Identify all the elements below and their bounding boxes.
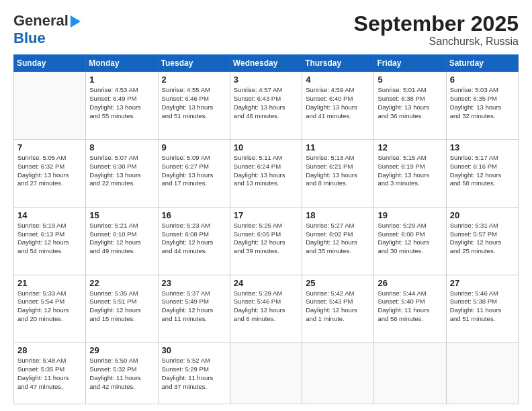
logo-blue: Blue	[13, 30, 46, 46]
calendar-title: September 2025	[354, 12, 519, 36]
day-number: 30	[162, 345, 226, 355]
day-number: 8	[89, 142, 154, 152]
day-number: 3	[234, 75, 298, 85]
table-row: 12Sunrise: 5:15 AM Sunset: 6:19 PM Dayli…	[374, 139, 446, 207]
table-row: 14Sunrise: 5:19 AM Sunset: 6:13 PM Dayli…	[14, 207, 86, 275]
day-number: 22	[89, 278, 154, 288]
day-info: Sunrise: 4:53 AM Sunset: 6:49 PM Dayligh…	[89, 86, 154, 120]
day-info: Sunrise: 5:29 AM Sunset: 6:00 PM Dayligh…	[378, 222, 442, 256]
header-sunday: Sunday	[14, 55, 86, 72]
table-row: 9Sunrise: 5:09 AM Sunset: 6:27 PM Daylig…	[158, 139, 230, 207]
table-row: 21Sunrise: 5:33 AM Sunset: 5:54 PM Dayli…	[14, 275, 86, 342]
table-row: 16Sunrise: 5:23 AM Sunset: 6:08 PM Dayli…	[158, 207, 230, 275]
table-row: 30Sunrise: 5:52 AM Sunset: 5:29 PM Dayli…	[158, 342, 230, 404]
day-number: 16	[162, 210, 226, 220]
calendar-subtitle: Sanchursk, Russia	[354, 36, 519, 48]
day-number: 23	[162, 278, 226, 288]
day-number: 11	[306, 142, 370, 152]
table-row: 18Sunrise: 5:27 AM Sunset: 6:02 PM Dayli…	[302, 207, 374, 275]
day-number: 6	[450, 75, 515, 85]
day-info: Sunrise: 5:09 AM Sunset: 6:27 PM Dayligh…	[162, 154, 226, 188]
calendar-table: Sunday Monday Tuesday Wednesday Thursday…	[13, 54, 519, 404]
day-info: Sunrise: 5:17 AM Sunset: 6:16 PM Dayligh…	[450, 154, 515, 188]
day-number: 20	[450, 210, 515, 220]
day-number: 27	[450, 278, 515, 288]
day-number: 21	[17, 278, 82, 288]
header-wednesday: Wednesday	[230, 55, 302, 72]
day-number: 28	[17, 345, 82, 355]
day-info: Sunrise: 5:39 AM Sunset: 5:46 PM Dayligh…	[234, 289, 298, 324]
table-row: 1Sunrise: 4:53 AM Sunset: 6:49 PM Daylig…	[86, 72, 158, 140]
table-row: 27Sunrise: 5:46 AM Sunset: 5:38 PM Dayli…	[446, 275, 518, 342]
day-info: Sunrise: 4:55 AM Sunset: 6:46 PM Dayligh…	[162, 86, 226, 120]
header-tuesday: Tuesday	[158, 55, 230, 72]
table-row: 2Sunrise: 4:55 AM Sunset: 6:46 PM Daylig…	[158, 72, 230, 140]
logo-general: General	[13, 12, 69, 30]
day-info: Sunrise: 5:50 AM Sunset: 5:32 PM Dayligh…	[89, 357, 154, 391]
header-thursday: Thursday	[302, 55, 374, 72]
header-friday: Friday	[374, 55, 446, 72]
table-row: 29Sunrise: 5:50 AM Sunset: 5:32 PM Dayli…	[86, 342, 158, 404]
table-row: 23Sunrise: 5:37 AM Sunset: 5:49 PM Dayli…	[158, 275, 230, 342]
day-number: 10	[234, 142, 298, 152]
day-number: 17	[234, 210, 298, 220]
logo: General Blue	[13, 12, 81, 47]
day-info: Sunrise: 4:57 AM Sunset: 6:43 PM Dayligh…	[234, 86, 298, 120]
day-info: Sunrise: 5:37 AM Sunset: 5:49 PM Dayligh…	[162, 289, 226, 324]
day-number: 29	[89, 345, 154, 355]
day-info: Sunrise: 5:46 AM Sunset: 5:38 PM Dayligh…	[450, 289, 515, 324]
header: General Blue September 2025 Sanchursk, R…	[13, 12, 519, 48]
logo-arrow-icon	[71, 15, 81, 28]
day-info: Sunrise: 5:42 AM Sunset: 5:43 PM Dayligh…	[306, 289, 370, 324]
table-row: 20Sunrise: 5:31 AM Sunset: 5:57 PM Dayli…	[446, 207, 518, 275]
table-row	[446, 342, 518, 404]
day-number: 14	[17, 210, 82, 220]
day-info: Sunrise: 5:33 AM Sunset: 5:54 PM Dayligh…	[17, 289, 82, 324]
day-info: Sunrise: 5:15 AM Sunset: 6:19 PM Dayligh…	[378, 154, 442, 188]
day-number: 18	[306, 210, 370, 220]
day-info: Sunrise: 5:23 AM Sunset: 6:08 PM Dayligh…	[162, 222, 226, 256]
table-row: 26Sunrise: 5:44 AM Sunset: 5:40 PM Dayli…	[374, 275, 446, 342]
day-number: 7	[17, 142, 82, 152]
day-info: Sunrise: 5:52 AM Sunset: 5:29 PM Dayligh…	[162, 357, 226, 391]
day-info: Sunrise: 5:27 AM Sunset: 6:02 PM Dayligh…	[306, 222, 370, 256]
header-monday: Monday	[86, 55, 158, 72]
table-row: 8Sunrise: 5:07 AM Sunset: 6:30 PM Daylig…	[86, 139, 158, 207]
header-saturday: Saturday	[446, 55, 518, 72]
table-row: 15Sunrise: 5:21 AM Sunset: 6:10 PM Dayli…	[86, 207, 158, 275]
table-row: 11Sunrise: 5:13 AM Sunset: 6:21 PM Dayli…	[302, 139, 374, 207]
table-row: 6Sunrise: 5:03 AM Sunset: 6:35 PM Daylig…	[446, 72, 518, 140]
day-number: 2	[162, 75, 226, 85]
table-row: 13Sunrise: 5:17 AM Sunset: 6:16 PM Dayli…	[446, 139, 518, 207]
calendar-header-row: Sunday Monday Tuesday Wednesday Thursday…	[14, 55, 519, 72]
day-info: Sunrise: 5:35 AM Sunset: 5:51 PM Dayligh…	[89, 289, 154, 324]
day-info: Sunrise: 5:31 AM Sunset: 5:57 PM Dayligh…	[450, 222, 515, 256]
table-row	[374, 342, 446, 404]
day-info: Sunrise: 5:25 AM Sunset: 6:05 PM Dayligh…	[234, 222, 298, 256]
table-row: 10Sunrise: 5:11 AM Sunset: 6:24 PM Dayli…	[230, 139, 302, 207]
table-row: 7Sunrise: 5:05 AM Sunset: 6:32 PM Daylig…	[14, 139, 86, 207]
day-number: 1	[89, 75, 154, 85]
day-number: 25	[306, 278, 370, 288]
table-row: 3Sunrise: 4:57 AM Sunset: 6:43 PM Daylig…	[230, 72, 302, 140]
table-row: 22Sunrise: 5:35 AM Sunset: 5:51 PM Dayli…	[86, 275, 158, 342]
title-block: September 2025 Sanchursk, Russia	[354, 12, 519, 48]
table-row	[14, 72, 86, 140]
day-number: 26	[378, 278, 442, 288]
table-row: 17Sunrise: 5:25 AM Sunset: 6:05 PM Dayli…	[230, 207, 302, 275]
day-number: 12	[378, 142, 442, 152]
table-row: 5Sunrise: 5:01 AM Sunset: 6:38 PM Daylig…	[374, 72, 446, 140]
day-info: Sunrise: 5:11 AM Sunset: 6:24 PM Dayligh…	[234, 154, 298, 188]
day-number: 19	[378, 210, 442, 220]
page: General Blue September 2025 Sanchursk, R…	[0, 0, 532, 411]
table-row: 24Sunrise: 5:39 AM Sunset: 5:46 PM Dayli…	[230, 275, 302, 342]
day-number: 15	[89, 210, 154, 220]
day-info: Sunrise: 4:59 AM Sunset: 6:40 PM Dayligh…	[306, 86, 370, 120]
table-row: 25Sunrise: 5:42 AM Sunset: 5:43 PM Dayli…	[302, 275, 374, 342]
day-info: Sunrise: 5:13 AM Sunset: 6:21 PM Dayligh…	[306, 154, 370, 188]
day-info: Sunrise: 5:44 AM Sunset: 5:40 PM Dayligh…	[378, 289, 442, 324]
table-row: 4Sunrise: 4:59 AM Sunset: 6:40 PM Daylig…	[302, 72, 374, 140]
day-info: Sunrise: 5:01 AM Sunset: 6:38 PM Dayligh…	[378, 86, 442, 120]
day-info: Sunrise: 5:21 AM Sunset: 6:10 PM Dayligh…	[89, 222, 154, 256]
table-row	[230, 342, 302, 404]
